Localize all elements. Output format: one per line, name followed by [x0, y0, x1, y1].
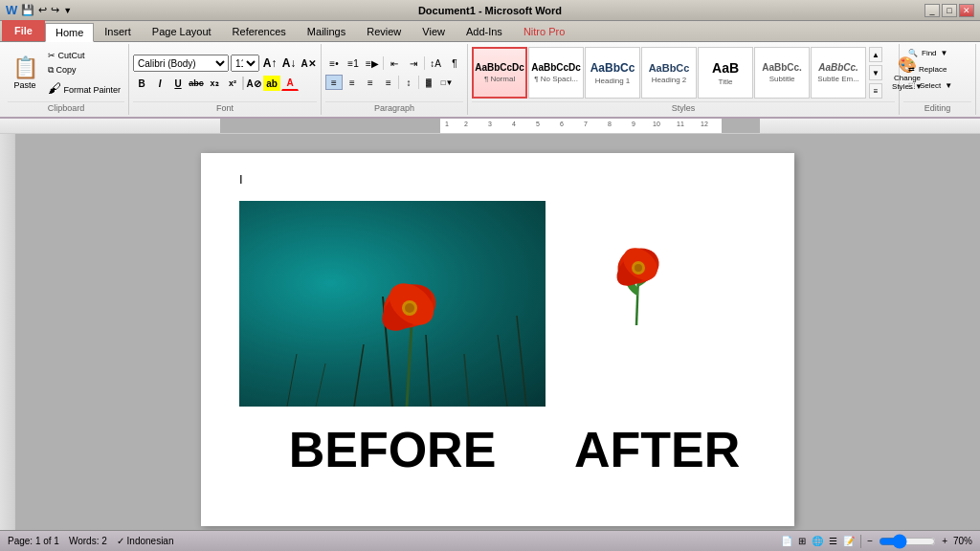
style-subtitle-label: Subtitle — [769, 75, 795, 83]
text-effects-button[interactable]: A⊘ — [245, 76, 262, 91]
numbering-button[interactable]: ≡1 — [345, 55, 362, 71]
qat-undo[interactable]: ↩ — [38, 4, 47, 16]
qat-dropdown[interactable]: ▼ — [63, 6, 72, 15]
svg-line-5 — [498, 335, 507, 407]
underline-button[interactable]: U — [169, 76, 187, 91]
subscript-button[interactable]: x₂ — [206, 76, 223, 91]
tab-view[interactable]: View — [412, 22, 456, 41]
gallery-scroll-down[interactable]: ▼ — [869, 65, 882, 80]
zoom-out-button[interactable]: − — [867, 536, 873, 546]
gallery-scroll-more[interactable]: ≡ — [869, 83, 882, 99]
svg-line-14 — [517, 316, 526, 407]
language-indicator: ✓ Indonesian — [117, 536, 174, 546]
align-right-button[interactable]: ≡ — [362, 75, 379, 90]
para-row2: ≡ ≡ ≡ ≡ ↕ ▓ □▼ — [325, 75, 463, 90]
font-size-select[interactable]: 11 — [231, 55, 259, 72]
find-dropdown: ▼ — [941, 49, 948, 57]
strikethrough-button[interactable]: abc — [188, 76, 205, 91]
view-fullscreen-icon[interactable]: ⊞ — [798, 536, 806, 546]
italic-button[interactable]: I — [151, 76, 168, 91]
svg-point-13 — [405, 303, 414, 313]
document-page[interactable]: I — [201, 153, 794, 526]
paste-button[interactable]: 📋 Paste — [8, 52, 42, 94]
find-button[interactable]: 🔍 Find ▼ — [903, 46, 952, 60]
indent-decrease-button[interactable]: ⇤ — [386, 55, 403, 71]
style-subtle-emphasis-label: Subtle Em... — [817, 75, 859, 83]
shading-button[interactable]: ▓ — [420, 75, 437, 90]
view-outline-icon[interactable]: ☰ — [829, 536, 837, 546]
borders-button[interactable]: □▼ — [438, 75, 456, 90]
paste-label: Paste — [13, 80, 35, 90]
qat-redo[interactable]: ↪ — [51, 4, 59, 16]
style-no-spacing[interactable]: AaBbCcDc ¶ No Spaci... — [528, 47, 584, 99]
clear-format-button[interactable]: A✕ — [300, 55, 317, 71]
status-divider — [860, 535, 861, 548]
tab-addins[interactable]: Add-Ins — [456, 22, 513, 41]
qat-save[interactable]: 💾 — [21, 4, 34, 16]
select-icon: ⬚ — [908, 81, 916, 90]
decrease-font-button[interactable]: A↓ — [280, 55, 298, 71]
before-label: BEFORE — [239, 421, 546, 478]
zoom-in-button[interactable]: + — [942, 536, 947, 546]
status-bar: Page: 1 of 1 Words: 2 ✓ Indonesian 📄 ⊞ 🌐… — [0, 530, 980, 551]
font-content: Calibri (Body) 11 A↑ A↓ A✕ B I U abc x₂ … — [133, 46, 317, 99]
find-icon: 🔍 — [908, 49, 918, 57]
before-image[interactable] — [239, 201, 546, 407]
show-marks-button[interactable]: ¶ — [446, 55, 463, 71]
document-area[interactable]: I — [15, 134, 980, 530]
svg-line-15 — [287, 354, 297, 407]
bold-button[interactable]: B — [133, 76, 150, 91]
style-title[interactable]: AaB Title — [698, 47, 753, 99]
maximize-button[interactable]: □ — [942, 4, 957, 17]
divider — [242, 77, 244, 90]
copy-button[interactable]: ⧉ Copy — [44, 63, 124, 77]
horizontal-ruler: 1 2 3 4 5 6 7 8 9 10 11 12 — [0, 119, 980, 134]
zoom-slider[interactable] — [879, 538, 936, 545]
replace-label: Replace — [919, 65, 947, 74]
select-button[interactable]: ⬚ Select ▼ — [903, 78, 957, 93]
view-web-icon[interactable]: 🌐 — [812, 536, 823, 546]
after-image[interactable] — [574, 210, 699, 325]
highlight-button[interactable]: ab — [263, 76, 280, 91]
status-left: Page: 1 of 1 Words: 2 ✓ Indonesian — [8, 536, 174, 546]
align-left-button[interactable]: ≡ — [325, 75, 343, 90]
line-spacing-button[interactable]: ↕ — [400, 75, 417, 90]
style-heading1[interactable]: AaBbCc Heading 1 — [585, 47, 640, 99]
view-draft-icon[interactable]: 📝 — [843, 536, 855, 546]
tab-review[interactable]: Review — [356, 22, 412, 41]
minimize-button[interactable]: _ — [924, 4, 940, 17]
format-painter-button[interactable]: 🖌 Format Painter — [44, 78, 124, 98]
tab-mailings[interactable]: Mailings — [297, 22, 356, 41]
tab-page-layout[interactable]: Page Layout — [142, 22, 222, 41]
close-button[interactable]: ✕ — [959, 4, 974, 17]
style-subtitle[interactable]: AaBbCc. Subtitle — [754, 47, 810, 99]
tab-nitro[interactable]: Nitro Pro — [513, 22, 575, 41]
increase-font-button[interactable]: A↑ — [261, 55, 278, 71]
bullets-button[interactable]: ≡• — [325, 55, 343, 71]
cut-button[interactable]: ✂ CutCut — [44, 49, 124, 62]
gallery-scroll-up[interactable]: ▲ — [869, 47, 882, 62]
tab-home[interactable]: Home — [45, 23, 94, 42]
tab-references[interactable]: References — [222, 22, 297, 41]
view-normal-icon[interactable]: 📄 — [781, 536, 792, 546]
font-row2: B I U abc x₂ x² A⊘ ab A — [133, 76, 317, 91]
indent-increase-button[interactable]: ⇥ — [405, 55, 422, 71]
justify-button[interactable]: ≡ — [380, 75, 397, 90]
paragraph-group: ≡• ≡1 ≡▶ ⇤ ⇥ ↕A ¶ ≡ ≡ ≡ ≡ ↕ — [322, 44, 468, 115]
tab-insert[interactable]: Insert — [94, 22, 142, 41]
style-subtle-emphasis[interactable]: AaBbCc. Subtle Em... — [811, 47, 866, 99]
divider4 — [398, 76, 399, 89]
style-heading2[interactable]: AaBbCc Heading 2 — [641, 47, 697, 99]
status-right: 📄 ⊞ 🌐 ☰ 📝 − + 70% — [781, 535, 972, 548]
sort-button[interactable]: ↕A — [427, 55, 444, 71]
multilevel-button[interactable]: ≡▶ — [364, 55, 381, 71]
style-normal[interactable]: AaBbCcDc ¶ Normal — [472, 47, 527, 99]
replace-button[interactable]: ⇄ Replace — [903, 62, 951, 77]
tab-file[interactable]: File — [2, 20, 45, 41]
align-center-button[interactable]: ≡ — [344, 75, 361, 90]
font-color-button[interactable]: A — [281, 76, 299, 91]
superscript-button[interactable]: x² — [224, 76, 241, 91]
editing-group: 🔍 Find ▼ ⇄ Replace ⬚ Select ▼ Editing — [900, 44, 976, 115]
font-family-select[interactable]: Calibri (Body) — [133, 55, 229, 72]
style-subtle-emphasis-preview: AaBbCc. — [818, 62, 858, 73]
